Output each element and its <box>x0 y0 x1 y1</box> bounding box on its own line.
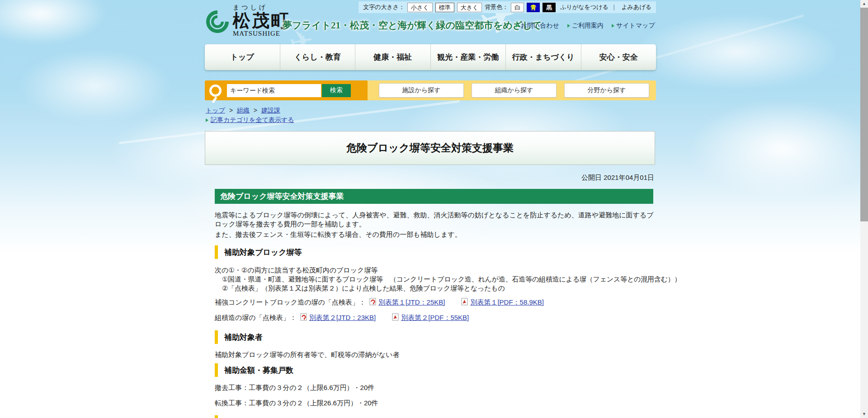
show-all-categories: 記事カテゴリを全て表示する <box>206 116 294 124</box>
accessibility-toolbar: 文字の大きさ： 小さく 標準 大きく 背景色： 白 青 黒 ふりがなをつける ｜… <box>359 1 656 13</box>
nav-item-living-education[interactable]: くらし・教育 <box>280 44 356 70</box>
download-link-jtd[interactable]: 別表第２[JTD：23KB] <box>300 313 376 322</box>
download-link-pdf[interactable]: 別表第２[PDF：55KB] <box>392 313 469 322</box>
triangle-icon <box>516 24 519 28</box>
download-link-label: 別表第２[JTD：23KB] <box>309 314 376 322</box>
font-larger-button[interactable]: 大きく <box>457 3 482 12</box>
jtd-file-icon <box>300 313 307 322</box>
breadcrumb-separator: > <box>229 107 233 114</box>
page-column: 文字の大きさ： 小さく 標準 大きく 背景色： 白 青 黒 ふりがなをつける ｜… <box>205 0 656 418</box>
bg-blue-button[interactable]: 青 <box>527 3 540 12</box>
download-link-label: 別表第１[PDF：58.9KB] <box>470 298 544 307</box>
nav-item-top[interactable]: トップ <box>205 44 280 70</box>
cloud-decoration <box>633 14 841 90</box>
section-bar-icon <box>215 330 218 344</box>
logo-town-name: 松茂町 <box>233 12 290 30</box>
sitemap-link[interactable]: サイトマップ <box>612 22 655 30</box>
bg-white-button[interactable]: 白 <box>511 3 524 12</box>
font-standard-button[interactable]: 標準 <box>435 3 454 12</box>
nav-item-safety[interactable]: 安心・安全 <box>581 44 656 70</box>
breadcrumb-top-link[interactable]: トップ <box>206 107 225 114</box>
cloud-decoration <box>18 50 172 122</box>
download-link-pdf[interactable]: 別表第１[PDF：58.9KB] <box>461 298 544 307</box>
cloud-decoration <box>687 99 868 199</box>
scroll-up-icon[interactable]: ▲ <box>860 0 868 8</box>
browser-viewport: ✈ ✈ 文字の大きさ： 小さく 標準 大きく 背景色： 白 青 黒 ふりがなをつ… <box>0 0 868 418</box>
utility-links: お問い合わせ ご利用案内 サイトマップ <box>516 22 655 30</box>
breadcrumb: トップ > 組織 > 建設課 <box>206 107 280 115</box>
scrollbar-thumb[interactable] <box>860 8 868 221</box>
find-by-facility-button[interactable]: 施設から探す <box>379 83 464 98</box>
download-prefix: 組積造の塀の「点検表」： <box>215 314 297 322</box>
section-title: 補助対象者 <box>224 332 263 343</box>
site-tagline: 夢フライト21・松茂・空と海が輝く緑の臨空都市をめざして <box>283 19 542 32</box>
vertical-scrollbar[interactable]: ▲ ▼ <box>860 0 868 418</box>
section-heading-target-walls: 補助対象ブロック塀等 <box>215 245 302 259</box>
download-link-label: 別表第２[PDF：55KB] <box>401 314 469 322</box>
nav-item-health-welfare[interactable]: 健康・福祉 <box>355 44 431 70</box>
breadcrumb-construction-link[interactable]: 建設課 <box>261 107 280 114</box>
intro-paragraph: また、撤去後フェンス・生垣等に転換する場合、その費用の一部も補助します。 <box>215 230 656 239</box>
usage-guide-link-label: ご利用案内 <box>572 22 604 30</box>
cloud-decoration <box>0 0 108 45</box>
pdf-file-icon <box>461 298 468 307</box>
contact-link-label: お問い合わせ <box>520 22 559 30</box>
published-date: 公開日 2021年04月01日 <box>581 174 654 182</box>
breadcrumb-separator: > <box>254 107 257 114</box>
triangle-icon <box>612 24 614 28</box>
body-text: 転換工事：工事費の３分の２（上限26.6万円）・20件 <box>215 399 378 408</box>
read-aloud-link[interactable]: よみあげる <box>621 3 651 11</box>
download-row: 補強コンクリートブロック造の塀の「点検表」： 別表第１[JTD：25KB] 別表… <box>215 298 544 307</box>
logo-romaji: MATSUSHIGE <box>233 30 290 38</box>
nav-item-tourism-industry[interactable]: 観光・産業・労働 <box>431 44 506 70</box>
scroll-down-icon[interactable]: ▼ <box>860 410 868 418</box>
show-all-categories-link[interactable]: 記事カテゴリを全て表示する <box>211 116 294 124</box>
nav-item-administration[interactable]: 行政・まちづくり <box>506 44 581 70</box>
sitemap-link-label: サイトマップ <box>616 22 655 30</box>
toolbar-divider: ｜ <box>611 3 617 11</box>
town-logo-icon <box>206 10 229 38</box>
find-by-organization-button[interactable]: 組織から探す <box>472 83 557 98</box>
font-smaller-button[interactable]: 小さく <box>407 3 433 12</box>
breadcrumb-organization-link[interactable]: 組織 <box>237 107 250 114</box>
section-bar-icon <box>215 245 218 259</box>
section-bar-icon <box>215 363 218 377</box>
find-by-category-button[interactable]: 分野から探す <box>564 83 649 98</box>
pdf-file-icon <box>392 313 399 322</box>
section-title: 補助対象ブロック塀等 <box>224 247 302 258</box>
contact-link[interactable]: お問い合わせ <box>516 22 559 30</box>
section-title: 補助金額・募集戸数 <box>224 365 293 376</box>
download-link-jtd[interactable]: 別表第１[JTD：25KB] <box>369 298 445 307</box>
furigana-link[interactable]: ふりがなをつける <box>560 3 608 11</box>
search-icon <box>209 85 222 97</box>
bg-black-button[interactable]: 黒 <box>542 3 556 12</box>
main-nav: トップ くらし・教育 健康・福祉 観光・産業・労働 行政・まちづくり 安心・安全 <box>205 44 656 70</box>
search-button[interactable]: 検索 <box>322 84 351 97</box>
body-text: ②「点検表」（別表第１又は別表第２）により点検した結果、危険ブロック塀等となった… <box>222 284 505 293</box>
usage-guide-link[interactable]: ご利用案内 <box>567 22 604 30</box>
section-heading-eligible-persons: 補助対象者 <box>215 330 263 344</box>
finder-buttons: 施設から探す 組織から探す 分野から探す <box>379 83 649 98</box>
jtd-file-icon <box>369 298 376 307</box>
section-heading-subsidy-amount: 補助金額・募集戸数 <box>215 363 293 377</box>
triangle-icon <box>567 24 570 28</box>
body-text: ①国道・県道・町道、避難地等に面するブロック塀等 （コンクリートブロック造、れん… <box>222 275 681 284</box>
logo-text: まつしげ 松茂町 MATSUSHIGE <box>233 4 290 38</box>
site-logo[interactable]: まつしげ 松茂町 MATSUSHIGE <box>206 4 290 38</box>
body-text: 補助対象ブロック塀等の所有者等で、町税等の滞納がない者 <box>215 351 400 359</box>
bg-color-label: 背景色： <box>485 3 508 11</box>
search-bar: 検索 施設から探す 組織から探す 分野から探す <box>205 80 656 100</box>
download-link-label: 別表第１[JTD：25KB] <box>378 298 445 307</box>
intro-paragraph: 地震等によるブロック塀等の倒壊によって、人身被害や、避難、救助、消火活動等の妨げ… <box>215 211 656 229</box>
search-input[interactable] <box>227 84 321 97</box>
keyword-search-area: 検索 <box>205 80 368 100</box>
download-prefix: 補強コンクリートブロック造の塀の「点検表」： <box>215 298 366 307</box>
next-section-bar-fragment <box>215 415 218 418</box>
article-intro: 地震等によるブロック塀等の倒壊によって、人身被害や、避難、救助、消火活動等の妨げ… <box>215 211 656 240</box>
font-size-label: 文字の大きさ： <box>363 3 405 11</box>
body-text: 次の①・②の両方に該当する松茂町内のブロック塀等 <box>215 266 377 275</box>
article-title-box: 危険ブロック塀等安全対策支援事業 <box>205 131 655 165</box>
page-title: 危険ブロック塀等安全対策支援事業 <box>346 141 514 155</box>
body-text: 撤去工事：工事費の３分の２（上限6.6万円）・20件 <box>215 384 374 392</box>
article-section-banner: 危険ブロック塀等安全対策支援事業 <box>215 189 653 204</box>
